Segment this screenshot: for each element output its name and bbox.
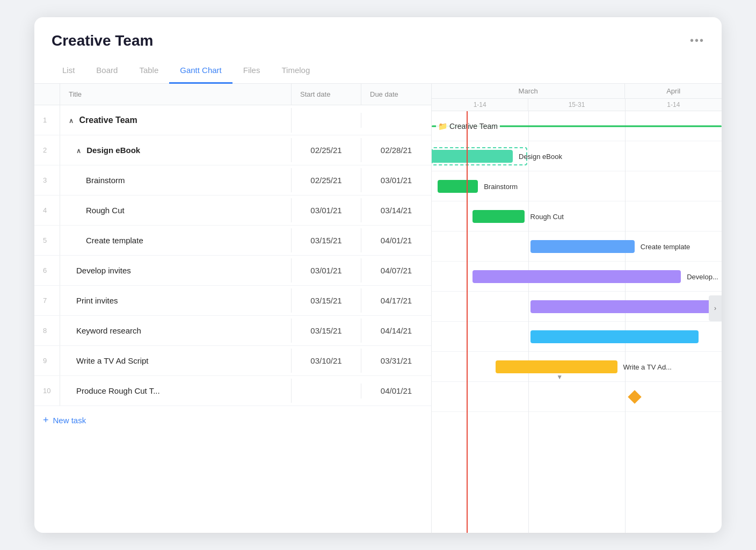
tabs-nav: List Board Table Gantt Chart Files Timel…: [34, 60, 722, 84]
row-start-date: 02/25/21: [292, 168, 361, 192]
gantt-row-2: Design eBook: [432, 141, 722, 171]
gantt-period-1: 1-14: [432, 99, 528, 111]
new-task-label[interactable]: New task: [53, 416, 86, 425]
row-title[interactable]: Keyword research: [60, 319, 292, 343]
row-due-date: 03/01/21: [361, 168, 431, 192]
gantt-row-newtask: [432, 412, 722, 442]
row-start-date: [292, 113, 361, 128]
row-title[interactable]: Create template: [60, 228, 292, 252]
th-start: Start date: [292, 84, 361, 105]
row-start-date: 03/01/21: [292, 258, 361, 283]
gantt-bar-develop-invites[interactable]: [473, 270, 681, 283]
row-due-date: 04/14/21: [361, 319, 431, 343]
header: Creative Team ••• List Board Table Gantt…: [34, 17, 722, 84]
dependency-arrow-down: ▼: [556, 373, 563, 381]
row-due-date: 04/17/21: [361, 288, 431, 313]
collapse-icon[interactable]: ∧: [76, 147, 81, 155]
row-start-date: [292, 383, 361, 399]
table-row: 8 Keyword research 03/15/21 04/14/21: [34, 316, 431, 346]
row-due-date: 04/01/21: [361, 379, 431, 403]
row-num: 3: [34, 165, 60, 195]
row-num: 9: [34, 346, 60, 375]
gantt-periods: 1-14 15-31 1-14: [432, 99, 722, 111]
row-due-date: 03/14/21: [361, 198, 431, 222]
gantt-row-10: [432, 382, 722, 412]
table-row: 3 Brainstorm 02/25/21 03/01/21: [34, 165, 431, 196]
gantt-diamond-milestone[interactable]: [628, 390, 641, 403]
row-title[interactable]: Develop invites: [60, 258, 292, 283]
gantt-header: March April 1-14 15-31 1-14: [432, 84, 722, 111]
gantt-bar-label-develop-invites: Develop...: [687, 272, 718, 280]
row-title[interactable]: Rough Cut: [60, 198, 292, 222]
row-num: 5: [34, 226, 60, 255]
row-start-date: 03/15/21: [292, 288, 361, 313]
gantt-wrapper: Title Start date Due date 1 ∧ Creative T…: [34, 84, 722, 533]
chevron-right-icon: ›: [714, 305, 716, 312]
row-title[interactable]: ∧ Creative Team: [60, 108, 292, 133]
table-row: 2 ∧ Design eBook 02/25/21 02/28/21: [34, 135, 431, 165]
row-title[interactable]: ∧ Design eBook: [60, 138, 292, 162]
tab-timelog[interactable]: Timelog: [271, 60, 321, 84]
gantt-scroll-right-button[interactable]: ›: [709, 295, 722, 321]
row-start-date: 03/10/21: [292, 349, 361, 373]
tab-files[interactable]: Files: [232, 60, 271, 84]
tab-gantt[interactable]: Gantt Chart: [169, 60, 232, 84]
gantt-months: March April: [432, 84, 722, 99]
th-due: Due date: [361, 84, 431, 105]
table-row: 10 Produce Rough Cut T... 04/01/21: [34, 376, 431, 406]
gantt-bar-create-template[interactable]: [530, 240, 635, 253]
gantt-bar-keyword-research[interactable]: [530, 330, 699, 343]
table-row: 9 Write a TV Ad Script 03/10/21 03/31/21: [34, 346, 431, 376]
table-row: 6 Develop invites 03/01/21 04/07/21: [34, 256, 431, 286]
gantt-bar-label-design-ebook: Design eBook: [519, 152, 562, 160]
gantt-bar-label-brainstorm: Brainstorm: [484, 182, 518, 190]
row-num: 6: [34, 256, 60, 285]
gantt-bar-brainstorm[interactable]: [438, 180, 478, 193]
gantt-body: 📁 Creative Team Design eBook: [432, 111, 722, 533]
row-start-date: 02/25/21: [292, 138, 361, 162]
table-body: 1 ∧ Creative Team 2 ∧ Design eBook 02/: [34, 105, 431, 533]
gantt-bar-label-tv-ad: Write a TV Ad...: [623, 363, 672, 371]
gantt-bar-design-ebook[interactable]: [432, 150, 513, 163]
gantt-row-6: Develop...: [432, 262, 722, 292]
collapse-icon[interactable]: ∧: [69, 117, 74, 125]
row-title[interactable]: Write a TV Ad Script: [60, 349, 292, 373]
table-row: 1 ∧ Creative Team: [34, 105, 431, 135]
tab-list[interactable]: List: [52, 60, 85, 84]
row-num: 2: [34, 135, 60, 165]
gantt-row-7: [432, 292, 722, 322]
row-due-date: 03/31/21: [361, 349, 431, 373]
gantt-bar-label-create-template: Create template: [641, 242, 690, 250]
row-num: 7: [34, 286, 60, 315]
tab-table[interactable]: Table: [128, 60, 169, 84]
row-title[interactable]: Produce Rough Cut T...: [60, 379, 292, 403]
more-options-button[interactable]: •••: [690, 34, 704, 47]
gantt-row-4: Rough Cut: [432, 201, 722, 231]
gantt-bar-label-rough-cut: Rough Cut: [530, 212, 564, 220]
page-title: Creative Team: [52, 32, 153, 49]
left-table: Title Start date Due date 1 ∧ Creative T…: [34, 84, 432, 533]
gantt-row-5: Create template: [432, 231, 722, 262]
new-task-row[interactable]: + New task: [34, 406, 431, 435]
row-num: 8: [34, 316, 60, 345]
table-row: 7 Print invites 03/15/21 04/17/21: [34, 286, 431, 316]
today-line: [467, 111, 468, 533]
row-num: 1: [34, 105, 60, 135]
row-start-date: 03/15/21: [292, 319, 361, 343]
gantt-bar-rough-cut[interactable]: [473, 210, 525, 223]
row-title[interactable]: Brainstorm: [60, 168, 292, 192]
gantt-period-2: 15-31: [528, 99, 625, 111]
gantt-group-label: 📁 Creative Team: [436, 121, 500, 132]
table-row: 5 Create template 03/15/21 04/01/21: [34, 226, 431, 256]
plus-icon: +: [43, 415, 49, 426]
row-title[interactable]: Print invites: [60, 288, 292, 313]
gantt-row-3: Brainstorm: [432, 171, 722, 201]
tab-board[interactable]: Board: [85, 60, 128, 84]
gantt-bar-print-invites[interactable]: [530, 300, 722, 313]
row-start-date: 03/01/21: [292, 198, 361, 222]
app-container: Creative Team ••• List Board Table Gantt…: [34, 17, 722, 533]
row-due-date: [361, 113, 431, 128]
th-title: Title: [60, 84, 292, 105]
row-num: 4: [34, 196, 60, 225]
gantt-bar-tv-ad[interactable]: [496, 360, 617, 373]
